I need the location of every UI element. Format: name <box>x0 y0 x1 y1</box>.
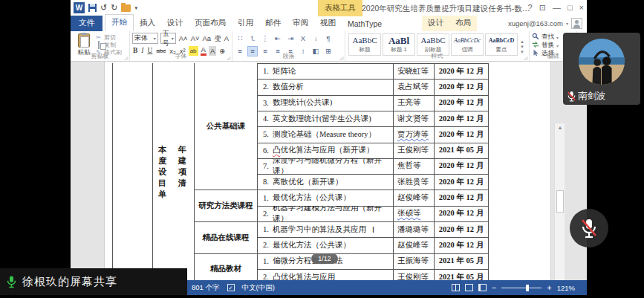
tab-MathType[interactable]: MathType <box>342 17 388 31</box>
tab-视图[interactable]: 视图 <box>314 16 342 31</box>
date-cell[interactable]: 2020 年 12 月 <box>435 221 488 237</box>
tab-引用[interactable]: 引用 <box>232 16 259 31</box>
open-folder-icon[interactable] <box>121 4 131 12</box>
name-cell[interactable]: 安晓虹等 <box>394 63 434 79</box>
course-cell[interactable]: 4.英文数理统计(留学生公共课) <box>258 111 393 126</box>
date-cell[interactable]: 2020 年 12 月 <box>435 206 488 221</box>
tab-插入[interactable]: 插入 <box>134 16 161 31</box>
styles-down-icon[interactable]: ▼ <box>518 45 526 49</box>
change-case-icon[interactable]: Aa <box>202 33 212 43</box>
name-cell[interactable]: 潘璐璐等 <box>394 221 434 237</box>
course-cell[interactable]: 6.凸优化算法与应用（新开课） <box>258 143 393 158</box>
redo-icon[interactable]: ↻ <box>111 2 117 13</box>
course-cell[interactable]: 5.测度论基础（Measure theory） <box>258 126 393 142</box>
document-table[interactable]: 本年度建设项目清单公共基础课1.矩阵论安晓虹等2020 年 12 月2.数值分析… <box>112 63 488 280</box>
course-cell[interactable]: 1.机器学习中的算法及其应用I <box>258 221 393 237</box>
course-cell[interactable]: 2.机器学习建模方法与应用（新开课） <box>258 206 393 221</box>
course-cell[interactable]: 1.最优化方法（公共课） <box>258 190 393 205</box>
course-cell[interactable]: 7.深度学习与随机微分方程（新开课） <box>258 158 393 174</box>
bullet-list-icon[interactable]: ∷ <box>235 33 245 44</box>
name-cell[interactable]: 赵俊峰等 <box>394 190 434 205</box>
vertical-scrollbar[interactable]: ▲ ▼ <box>554 123 565 280</box>
name-cell[interactable]: 王俊刚等 <box>394 143 434 158</box>
participant-tile[interactable]: 南剑波 <box>563 33 640 105</box>
tab-设计[interactable]: 设计 <box>422 16 449 31</box>
font-dialog-launcher-icon[interactable]: ◿ <box>227 55 230 60</box>
name-cell[interactable]: 赵俊峰等 <box>394 237 434 253</box>
close-icon[interactable]: × <box>579 3 584 12</box>
name-cell[interactable]: 谢文贤等 <box>394 111 434 126</box>
course-cell[interactable]: 2.凸优化算法与应用 <box>258 269 393 280</box>
date-cell[interactable]: 2021 年 05 月 <box>435 269 488 280</box>
date-cell[interactable]: 2020 年 12 月 <box>435 126 488 142</box>
name-cell[interactable]: 王亮等 <box>394 95 434 111</box>
cut-button[interactable]: ✂剪切 <box>95 34 122 41</box>
date-cell[interactable]: 2021 年 05 月 <box>435 143 488 158</box>
course-cell[interactable]: 8.离散优化（新开课） <box>258 174 393 190</box>
phonetic-guide-icon[interactable]: 变 <box>213 33 222 43</box>
grow-font-icon[interactable]: A˄ <box>178 33 189 43</box>
language-indicator[interactable]: 中文(中国) <box>242 283 275 293</box>
styles-up-icon[interactable]: ▲ <box>518 39 526 44</box>
course-cell[interactable]: 2.最优化方法（公共课） <box>258 237 393 253</box>
word-count[interactable]: 801 个字 <box>192 283 220 293</box>
character-border-icon[interactable]: A <box>224 33 230 43</box>
zoom-slider-thumb[interactable] <box>526 285 529 291</box>
print-layout-icon[interactable] <box>465 284 473 291</box>
name-cell[interactable]: 张胜贵等 <box>394 174 434 190</box>
asian-layout-icon[interactable]: X <box>298 33 308 44</box>
name-cell[interactable]: 贾万涛等 <box>394 126 434 142</box>
shrink-font-icon[interactable]: A˅ <box>190 33 201 43</box>
date-cell[interactable]: 2020 年 12 月 <box>435 158 488 174</box>
qat-more-icon[interactable]: ▾ <box>134 2 137 13</box>
zoom-slider[interactable] <box>501 288 541 288</box>
course-cell[interactable]: 1.矩阵论 <box>258 63 393 79</box>
tab-邮件[interactable]: 邮件 <box>259 16 287 31</box>
document-page[interactable]: 本年度建设项目清单公共基础课1.矩阵论安晓虹等2020 年 12 月2.数值分析… <box>104 62 551 280</box>
tab-审阅[interactable]: 审阅 <box>287 16 314 31</box>
name-cell[interactable]: 张硕等 <box>394 206 434 221</box>
zoom-out-button[interactable]: − <box>492 284 496 292</box>
date-cell[interactable]: 2020 年 12 月 <box>435 174 488 190</box>
scroll-up-icon[interactable]: ▲ <box>555 123 565 132</box>
tab-布局[interactable]: 布局 <box>449 16 477 31</box>
name-cell[interactable]: 王振海等 <box>394 253 434 269</box>
read-mode-icon[interactable] <box>452 284 460 291</box>
maximize-icon[interactable]: □ <box>567 3 573 12</box>
date-cell[interactable]: 2020 年 12 月 <box>435 237 488 253</box>
paragraph-dialog-launcher-icon[interactable]: ◿ <box>339 55 343 60</box>
copy-button[interactable]: 复制 <box>95 42 122 48</box>
proofing-icon[interactable]: ✓ <box>227 284 235 291</box>
tab-开始[interactable]: 开始 <box>105 14 134 31</box>
date-cell[interactable]: 2020 年 12 月 <box>435 190 488 205</box>
date-cell[interactable]: 2021 年 05 月 <box>435 253 488 269</box>
para-mark-icon[interactable]: ¶ <box>323 33 334 44</box>
sort-icon[interactable]: ↓ <box>310 33 321 44</box>
help-icon[interactable]: ? <box>528 3 533 12</box>
date-cell[interactable]: 2020 年 12 月 <box>435 95 488 111</box>
scrollbar-thumb[interactable] <box>556 190 564 213</box>
course-cell[interactable]: 3.数理统计(公共课) <box>258 95 393 111</box>
decrease-indent-icon[interactable]: ⇤ <box>273 33 283 44</box>
multilevel-list-icon[interactable]: ⋮ <box>260 33 270 44</box>
font-name-select[interactable]: 宋体▾ <box>132 33 158 44</box>
name-cell[interactable]: 袁占斌等 <box>394 79 434 94</box>
styles-dialog-launcher-icon[interactable]: ◿ <box>524 55 527 60</box>
date-cell[interactable]: 2020 年 12 月 <box>435 79 488 94</box>
increase-indent-icon[interactable]: ⇥ <box>285 33 296 44</box>
undo-icon[interactable]: ↺ <box>100 2 107 13</box>
account-info[interactable]: xugenj@163.com ▾ <box>508 18 582 29</box>
ribbon-display-icon[interactable]: ⊡ <box>539 3 546 13</box>
numbered-list-icon[interactable]: ⒈ <box>247 33 258 44</box>
user-avatar-icon[interactable] <box>571 18 582 29</box>
minimize-icon[interactable]: — <box>553 3 561 12</box>
tab-文件[interactable]: 文件 <box>71 16 103 31</box>
date-cell[interactable]: 2020 年 12 月 <box>435 63 488 79</box>
date-cell[interactable]: 2020 年 12 月 <box>435 111 488 126</box>
tab-页面布局[interactable]: 页面布局 <box>189 16 232 31</box>
zoom-level[interactable]: 121% <box>557 284 575 292</box>
name-cell[interactable]: 王俊刚等 <box>394 269 434 280</box>
save-icon[interactable] <box>88 4 97 12</box>
font-size-select[interactable]: 五号▾ <box>160 33 176 44</box>
document-area[interactable]: 本年度建设项目清单公共基础课1.矩阵论安晓虹等2020 年 12 月2.数值分析… <box>71 62 587 280</box>
